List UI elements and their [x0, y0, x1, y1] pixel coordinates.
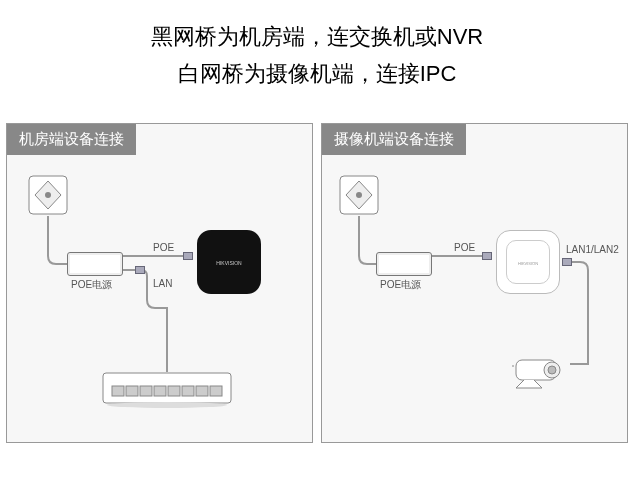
diagram-left: POE电源 POE LAN HIKVISION	[7, 164, 312, 442]
svg-rect-11	[210, 386, 222, 396]
bridge-black-icon: HIKVISION	[197, 230, 261, 294]
svg-text:HIKVISION: HIKVISION	[518, 261, 538, 266]
ip-camera-icon	[512, 354, 572, 392]
svg-rect-4	[112, 386, 124, 396]
svg-point-12	[107, 402, 227, 408]
panel-title-right: 摄像机端设备连接	[322, 124, 466, 155]
svg-point-18	[548, 366, 556, 374]
panel-title-left: 机房端设备连接	[7, 124, 136, 155]
svg-rect-9	[182, 386, 194, 396]
diagram-right: POE电源 POE LAN1/LAN2 HIKVISION	[322, 164, 627, 442]
header-line-2: 白网桥为摄像机端，连接IPC	[0, 55, 634, 92]
network-switch-icon	[102, 372, 232, 408]
svg-rect-8	[168, 386, 180, 396]
svg-rect-7	[154, 386, 166, 396]
header: 黑网桥为机房端，连交换机或NVR 白网桥为摄像机端，连接IPC	[0, 0, 634, 103]
header-line-1: 黑网桥为机房端，连交换机或NVR	[0, 18, 634, 55]
svg-rect-6	[140, 386, 152, 396]
svg-text:HIKVISION: HIKVISION	[216, 260, 242, 266]
label-lan-right: LAN1/LAN2	[566, 244, 619, 255]
svg-rect-10	[196, 386, 208, 396]
panel-camera-side: 摄像机端设备连接 POE电源 POE	[321, 123, 628, 443]
label-lan-left: LAN	[153, 278, 172, 289]
rj45-icon	[562, 258, 572, 266]
rj45-icon	[135, 266, 145, 274]
svg-rect-5	[126, 386, 138, 396]
bridge-white-icon: HIKVISION	[496, 230, 560, 294]
panel-server-room: 机房端设备连接 POE电源 POE	[6, 123, 313, 443]
panels: 机房端设备连接 POE电源 POE	[0, 103, 634, 443]
cable-lan-right	[322, 164, 634, 444]
